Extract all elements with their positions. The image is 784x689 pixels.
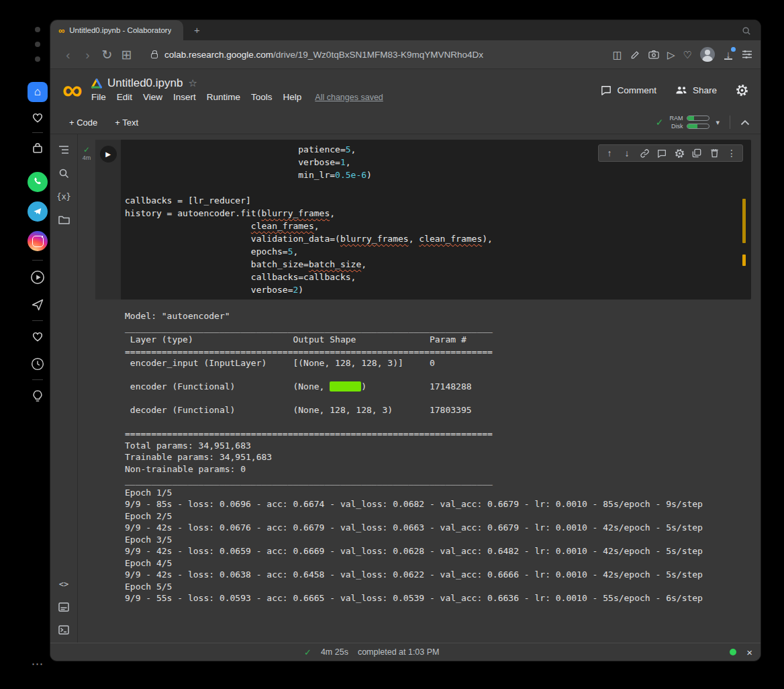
move-cell-up-button[interactable]: ↑ xyxy=(601,148,618,158)
connected-check-icon: ✓ xyxy=(656,117,664,128)
url-domain: colab.research.google.com xyxy=(164,50,273,60)
share-button[interactable]: Share xyxy=(675,85,717,95)
share-play-icon[interactable]: ▷ xyxy=(667,50,675,60)
tab-strip: ∞ Untitled0.ipynb - Colaboratory + xyxy=(50,20,761,40)
tab-title: Untitled0.ipynb - Colaboratory xyxy=(69,26,171,34)
save-status[interactable]: All changes saved xyxy=(315,93,383,102)
star-icon[interactable]: ☆ xyxy=(188,77,197,89)
cell-exec-time: 4m xyxy=(83,154,91,161)
cell-more-options-button[interactable]: ⋮ xyxy=(723,148,740,158)
menu-runtime[interactable]: Runtime xyxy=(201,91,246,103)
address-bar: ‹ › ↻ ⊞ colab.research.google.com/drive/… xyxy=(50,40,761,69)
connection-status-dot xyxy=(730,649,736,655)
edit-pencil-icon[interactable] xyxy=(630,50,640,60)
comment-button[interactable]: Comment xyxy=(601,85,656,95)
menu-insert[interactable]: Insert xyxy=(168,91,201,103)
menu-edit[interactable]: Edit xyxy=(111,91,138,103)
apps-grid-icon[interactable]: ⊞ xyxy=(117,48,136,61)
dock-instagram-icon[interactable] xyxy=(28,231,48,251)
drive-icon xyxy=(91,79,102,89)
downloads-icon[interactable]: ↓ xyxy=(723,49,734,60)
variables-icon[interactable]: {x} xyxy=(56,192,71,201)
dock-whatsapp-icon[interactable] xyxy=(28,172,48,192)
code-snippets-icon[interactable]: <> xyxy=(59,580,68,589)
resources-dropdown-caret[interactable]: ▾ xyxy=(716,118,720,127)
profile-avatar[interactable] xyxy=(700,47,715,62)
output-panel-icon[interactable] xyxy=(58,602,69,612)
menu-help[interactable]: Help xyxy=(278,91,307,103)
comment-label: Comment xyxy=(617,85,656,95)
notebook-title[interactable]: Untitled0.ipynb xyxy=(107,77,183,90)
run-cell-button[interactable]: ▶ xyxy=(100,146,117,163)
dock-play-circle-icon[interactable] xyxy=(30,270,45,285)
download-notification-dot xyxy=(731,47,736,52)
dock-dot xyxy=(35,42,40,47)
favorite-heart-icon[interactable]: ♡ xyxy=(683,50,692,60)
cell-output: Model: "autoencoder"____________________… xyxy=(125,310,751,604)
status-right: × xyxy=(730,647,752,658)
code-cell[interactable]: ▶ patience=5, verbose=1, min_lr=0.5e-6) … xyxy=(95,140,751,300)
add-code-button[interactable]: + Code xyxy=(69,118,97,128)
back-button[interactable]: ‹ xyxy=(58,48,78,61)
collapse-header-chevron[interactable] xyxy=(740,120,750,126)
dock-more-icon[interactable]: ⋯ xyxy=(32,657,44,672)
dock-lightbulb-icon[interactable] xyxy=(32,389,44,403)
delete-cell-button[interactable] xyxy=(705,148,723,158)
colab-favicon: ∞ xyxy=(58,26,64,35)
editor-warning-marker xyxy=(742,255,746,266)
code-lines: patience=5, verbose=1, min_lr=0.5e-6) ca… xyxy=(125,143,493,296)
tab-search-icon[interactable] xyxy=(742,26,751,36)
screenshot-camera-icon[interactable] xyxy=(648,50,659,59)
dock-home-app-icon[interactable]: ⌂ xyxy=(28,82,48,102)
files-folder-icon[interactable] xyxy=(58,215,70,224)
menu-view[interactable]: View xyxy=(138,91,168,103)
dock-telegram-icon[interactable] xyxy=(28,201,48,222)
cell-toolbar: ↑ ↓ xyxy=(598,144,743,162)
resource-monitor[interactable]: RAM Disk xyxy=(669,116,709,130)
dock-divider xyxy=(32,260,43,261)
dock-dot xyxy=(35,56,40,62)
menu-tools[interactable]: Tools xyxy=(246,91,278,103)
status-completed: completed at 1:03 PM xyxy=(358,647,440,657)
cell-settings-gear-icon[interactable] xyxy=(671,148,688,158)
dock-bag-icon[interactable] xyxy=(32,142,44,154)
menu-file[interactable]: File xyxy=(91,91,111,103)
dock-send-icon[interactable] xyxy=(31,298,44,312)
add-text-button[interactable]: + Text xyxy=(115,118,138,128)
table-of-contents-icon[interactable] xyxy=(58,145,69,154)
colab-logo[interactable]: ∞ xyxy=(62,79,83,101)
lock-icon[interactable] xyxy=(151,53,158,58)
header-middle: Untitled0.ipynb ☆ File Edit View Insert … xyxy=(91,77,383,103)
notebook-toolbar: + Code + Text ✓ RAM Disk ▾ xyxy=(50,111,761,134)
cell-gutter: ▶ xyxy=(95,140,121,300)
share-label: Share xyxy=(693,85,717,95)
browser-tab[interactable]: ∞ Untitled0.ipynb - Colaboratory xyxy=(50,20,183,40)
find-replace-icon[interactable] xyxy=(58,168,69,179)
execution-info: ✓ 4m xyxy=(78,140,95,300)
settings-gear-icon[interactable] xyxy=(736,84,748,97)
address-bar-actions: ◫ ▷ ♡ ↓ xyxy=(613,47,752,62)
copy-link-to-cell-button[interactable] xyxy=(636,148,653,158)
dock-heart-icon[interactable] xyxy=(31,111,44,124)
add-comment-button[interactable] xyxy=(653,149,671,158)
code-cell-row: ✓ 4m ▶ patience=5, verbose=1, xyxy=(78,140,751,300)
browser-window: ∞ Untitled0.ipynb - Colaboratory + ‹ › ↻… xyxy=(50,20,761,661)
dock-divider xyxy=(32,132,43,133)
move-cell-down-button[interactable]: ↓ xyxy=(618,148,636,158)
download-bar xyxy=(724,58,732,60)
dock-favorites-heart-icon[interactable] xyxy=(31,330,44,342)
reading-list-panel-icon[interactable]: ◫ xyxy=(613,50,622,60)
reload-button[interactable]: ↻ xyxy=(97,48,117,61)
mirror-cell-icon[interactable] xyxy=(688,148,705,158)
colab-sidebar: {x} <> xyxy=(50,134,78,643)
browser-menu-icon[interactable] xyxy=(742,50,752,59)
terminal-icon[interactable] xyxy=(58,625,69,635)
dock-divider xyxy=(32,379,43,380)
code-editor[interactable]: patience=5, verbose=1, min_lr=0.5e-6) ca… xyxy=(121,140,493,300)
close-status-bar-button[interactable]: × xyxy=(746,647,752,658)
dock-clock-icon[interactable] xyxy=(31,357,44,371)
new-tab-button[interactable]: + xyxy=(194,24,200,36)
forward-button[interactable]: › xyxy=(78,48,97,61)
url-field[interactable]: colab.research.google.com/drive/19_Wz0tq… xyxy=(164,50,483,60)
ram-label: RAM xyxy=(669,116,683,122)
